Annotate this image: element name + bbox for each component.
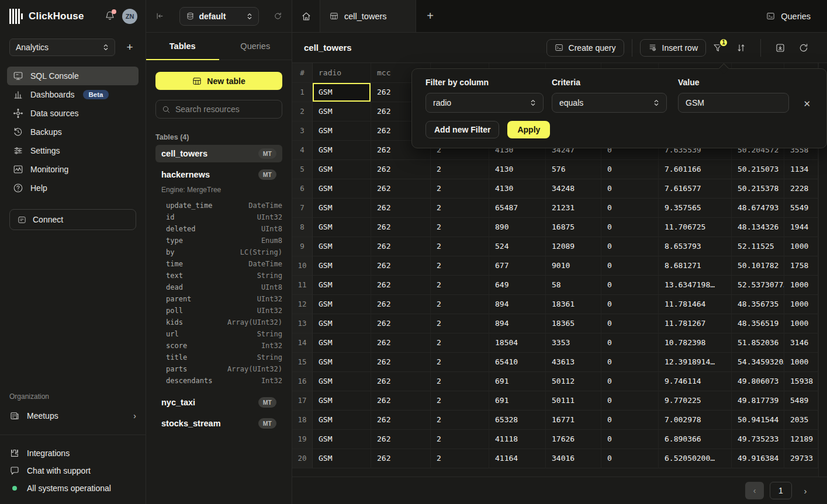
cell-mcc[interactable]: 262 — [371, 199, 431, 218]
cell-cell[interactable]: 9010 — [546, 256, 601, 276]
home-tab[interactable] — [292, 0, 320, 32]
create-query-button[interactable]: Create query — [546, 39, 624, 57]
sidebar-item-integrations[interactable]: Integrations — [9, 444, 136, 462]
cell-cell[interactable]: 18365 — [546, 314, 601, 333]
insert-row-button[interactable]: Insert row — [640, 39, 706, 57]
cell-lon[interactable]: 13.6347198… — [659, 276, 732, 295]
cell-net[interactable]: 2 — [431, 199, 489, 218]
cell-lon[interactable]: 9.357565 — [659, 199, 732, 218]
sidebar-item-meetups[interactable]: Meetups › — [9, 406, 136, 425]
cell-lat[interactable]: 49.735233 — [732, 430, 784, 449]
cell-range[interactable]: 5489 — [784, 391, 818, 411]
search-resources[interactable] — [155, 100, 282, 119]
cell-cell[interactable]: 58 — [546, 276, 601, 295]
sort-button[interactable] — [736, 43, 746, 53]
table-list-item-cell-towers[interactable]: cell_towers MT — [155, 145, 282, 162]
cell-cell[interactable]: 16771 — [546, 411, 601, 430]
cell-net[interactable]: 2 — [431, 333, 489, 353]
database-select[interactable]: default — [179, 7, 259, 26]
cell-lat[interactable]: 50.215073 — [732, 160, 784, 179]
queries-link[interactable]: Queries — [766, 0, 811, 32]
cell-radio[interactable]: GSM — [313, 121, 371, 141]
table-list-item-stocks-stream[interactable]: stocks_stream MT — [155, 415, 282, 432]
cell-lon[interactable]: 11.781464 — [659, 295, 732, 314]
cell-lat[interactable]: 51.852036 — [732, 333, 784, 353]
cell-cell[interactable]: 18361 — [546, 295, 601, 314]
tab-tables[interactable]: Tables — [146, 33, 219, 60]
cell-radio[interactable]: GSM — [313, 102, 371, 121]
cell-lat[interactable]: 52.5373077… — [732, 276, 784, 295]
cell-lon[interactable]: 6.890366 — [659, 430, 732, 449]
workspace-select[interactable]: Analytics — [9, 39, 115, 56]
cell-unit[interactable]: 0 — [601, 333, 659, 353]
cell-lon[interactable]: 6.52050200… — [659, 449, 732, 468]
cell-area[interactable]: 894 — [489, 295, 546, 314]
cell-net[interactable]: 2 — [431, 430, 489, 449]
cell-unit[interactable]: 0 — [601, 314, 659, 333]
cell-area[interactable]: 18504 — [489, 333, 546, 353]
cell-mcc[interactable]: 262 — [371, 353, 431, 372]
cell-cell[interactable]: 576 — [546, 160, 601, 179]
cell-range[interactable]: 29733 — [784, 449, 818, 468]
cell-area[interactable]: 41118 — [489, 430, 546, 449]
cell-lat[interactable]: 50.215378 — [732, 179, 784, 199]
cell-lat[interactable]: 48.674793 — [732, 199, 784, 218]
cell-range[interactable]: 1000 — [784, 276, 818, 295]
cell-lon[interactable]: 7.002978 — [659, 411, 732, 430]
new-tab-button[interactable]: + — [416, 0, 444, 32]
cell-radio[interactable]: GSM — [313, 160, 371, 179]
cell-lat[interactable]: 48.356519 — [732, 314, 784, 333]
filter-value-input[interactable] — [686, 98, 781, 107]
refresh-icon[interactable] — [274, 12, 282, 20]
cell-cell[interactable]: 21231 — [546, 199, 601, 218]
cell-unit[interactable]: 0 — [601, 430, 659, 449]
cell-unit[interactable]: 0 — [601, 256, 659, 276]
cell-area[interactable]: 894 — [489, 314, 546, 333]
cell-radio[interactable]: GSM — [313, 141, 371, 160]
add-workspace-button[interactable]: + — [123, 41, 136, 54]
cell-mcc[interactable]: 262 — [371, 314, 431, 333]
cell-mcc[interactable]: 262 — [371, 411, 431, 430]
next-page-button[interactable]: › — [798, 486, 813, 496]
cell-unit[interactable]: 0 — [601, 449, 659, 468]
cell-unit[interactable]: 0 — [601, 372, 659, 391]
sidebar-item-monitoring[interactable]: Monitoring — [7, 160, 139, 179]
cell-lat[interactable]: 52.11525 — [732, 237, 784, 256]
cell-lon[interactable]: 12.3918914… — [659, 353, 732, 372]
table-list-item-hackernews[interactable]: hackernews MT — [155, 166, 282, 183]
cell-cell[interactable]: 50112 — [546, 372, 601, 391]
cell-net[interactable]: 2 — [431, 295, 489, 314]
sidebar-item-chat-support[interactable]: Chat with support — [9, 462, 136, 479]
cell-range[interactable]: 2035 — [784, 411, 818, 430]
sidebar-item-sql-console[interactable]: SQL Console — [7, 67, 139, 85]
cell-net[interactable]: 2 — [431, 160, 489, 179]
cell-lon[interactable]: 7.601166 — [659, 160, 732, 179]
cell-unit[interactable]: 0 — [601, 218, 659, 237]
cell-cell[interactable]: 16875 — [546, 218, 601, 237]
cell-lat[interactable]: 54.3459320… — [732, 353, 784, 372]
cell-lat[interactable]: 49.916384 — [732, 449, 784, 468]
cell-area[interactable]: 65410 — [489, 353, 546, 372]
cell-radio[interactable]: GSM — [313, 179, 371, 199]
cell-radio[interactable]: GSM — [313, 218, 371, 237]
cell-lon[interactable]: 9.746114 — [659, 372, 732, 391]
cell-lon[interactable]: 7.616577 — [659, 179, 732, 199]
cell-lon[interactable]: 11.781267 — [659, 314, 732, 333]
sidebar-item-help[interactable]: Help — [7, 179, 139, 197]
cell-cell[interactable]: 50111 — [546, 391, 601, 411]
cell-mcc[interactable]: 262 — [371, 333, 431, 353]
avatar[interactable]: ZN — [122, 9, 137, 24]
cell-mcc[interactable]: 262 — [371, 276, 431, 295]
cell-lat[interactable]: 48.134326 — [732, 218, 784, 237]
current-page[interactable]: 1 — [770, 482, 792, 499]
connect-button[interactable]: Connect — [9, 209, 136, 230]
cell-net[interactable]: 2 — [431, 411, 489, 430]
cell-radio[interactable]: GSM — [313, 276, 371, 295]
cell-unit[interactable]: 0 — [601, 391, 659, 411]
cell-mcc[interactable]: 262 — [371, 391, 431, 411]
apply-filter-button[interactable]: Apply — [507, 121, 550, 138]
cell-lat[interactable]: 49.817739 — [732, 391, 784, 411]
tab-queries[interactable]: Queries — [219, 33, 292, 60]
cell-area[interactable]: 649 — [489, 276, 546, 295]
cell-cell[interactable]: 3353 — [546, 333, 601, 353]
